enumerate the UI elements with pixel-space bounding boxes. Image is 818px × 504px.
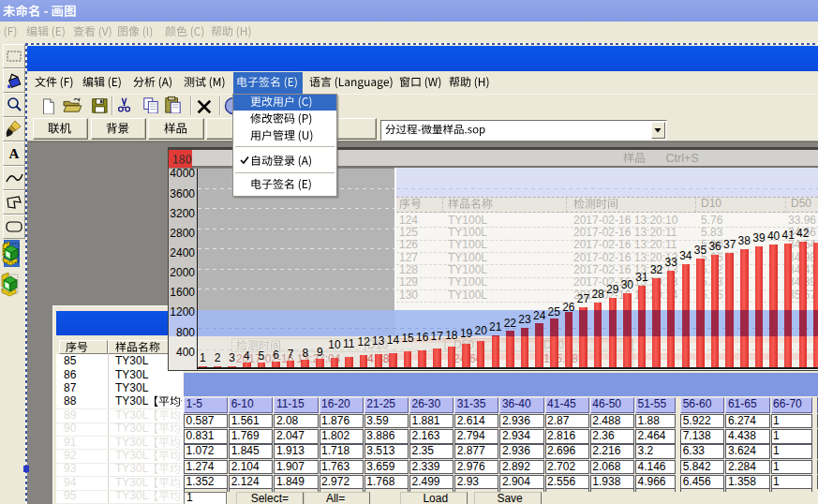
svg-text:A: A	[9, 146, 20, 161]
